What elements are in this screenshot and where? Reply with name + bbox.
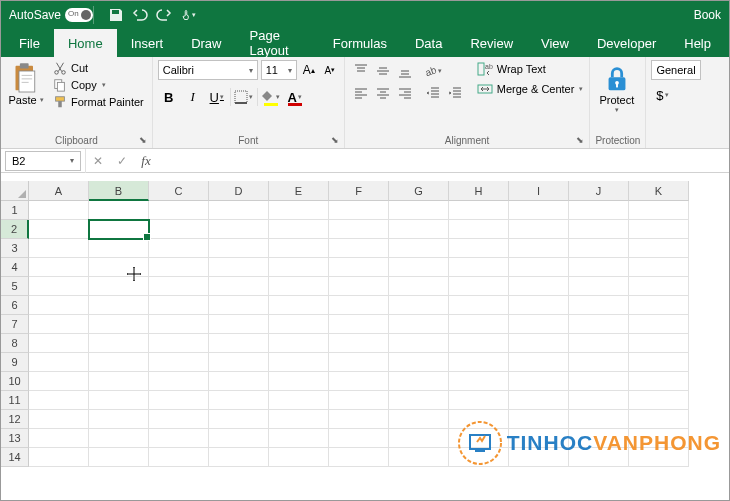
cell[interactable] [389,296,449,315]
cell[interactable] [149,315,209,334]
row-header[interactable]: 10 [1,372,29,391]
cell[interactable] [329,239,389,258]
cell[interactable] [449,220,509,239]
cell[interactable] [29,239,89,258]
cell[interactable] [629,201,689,220]
cell[interactable] [329,372,389,391]
cell[interactable] [209,372,269,391]
cell[interactable] [269,334,329,353]
cell[interactable] [269,391,329,410]
row-header[interactable]: 7 [1,315,29,334]
borders-button[interactable]: ▾ [233,86,255,108]
column-header[interactable]: D [209,181,269,201]
cell[interactable] [449,372,509,391]
cell[interactable] [509,239,569,258]
cell[interactable] [149,334,209,353]
cell[interactable] [329,410,389,429]
cell[interactable] [209,448,269,467]
dialog-launcher-icon[interactable]: ⬊ [329,134,341,146]
cell[interactable] [629,334,689,353]
cell[interactable] [449,315,509,334]
dialog-launcher-icon[interactable]: ⬊ [574,134,586,146]
cell[interactable] [629,372,689,391]
row-header[interactable]: 4 [1,258,29,277]
tab-formulas[interactable]: Formulas [319,29,401,57]
cell[interactable] [569,353,629,372]
cell[interactable] [149,391,209,410]
cell[interactable] [509,391,569,410]
cell[interactable] [269,353,329,372]
toggle-switch[interactable]: On [65,8,93,22]
row-header[interactable]: 6 [1,296,29,315]
cell[interactable] [329,391,389,410]
cell[interactable] [29,391,89,410]
formula-input[interactable] [158,151,729,171]
cell[interactable] [149,429,209,448]
cell[interactable] [389,353,449,372]
cell[interactable] [569,277,629,296]
cell[interactable] [89,220,149,239]
merge-center-button[interactable]: Merge & Center▾ [476,80,585,98]
cell[interactable] [209,239,269,258]
currency-button[interactable]: $▾ [651,84,673,106]
column-header[interactable]: A [29,181,89,201]
cell[interactable] [149,448,209,467]
tab-file[interactable]: File [5,29,54,57]
cell[interactable] [629,391,689,410]
cell[interactable] [449,277,509,296]
cell[interactable] [269,372,329,391]
cell[interactable] [569,315,629,334]
cell[interactable] [329,277,389,296]
cell[interactable] [569,239,629,258]
cell[interactable] [269,239,329,258]
cell[interactable] [329,448,389,467]
cell[interactable] [89,410,149,429]
cell[interactable] [149,410,209,429]
enter-icon[interactable]: ✓ [110,151,134,171]
cell[interactable] [509,220,569,239]
cell[interactable] [329,334,389,353]
align-center-icon[interactable] [372,82,394,104]
column-header[interactable]: G [389,181,449,201]
decrease-font-icon[interactable]: A▾ [321,60,339,80]
cell[interactable] [29,315,89,334]
cell[interactable] [269,448,329,467]
undo-icon[interactable] [132,7,148,23]
cancel-icon[interactable]: ✕ [86,151,110,171]
cell[interactable] [389,410,449,429]
cell[interactable] [569,391,629,410]
row-header[interactable]: 13 [1,429,29,448]
row-header[interactable]: 12 [1,410,29,429]
align-right-icon[interactable] [394,82,416,104]
cell[interactable] [89,258,149,277]
cell[interactable] [449,334,509,353]
cell[interactable] [569,334,629,353]
cell[interactable] [449,201,509,220]
cell[interactable] [389,315,449,334]
tab-draw[interactable]: Draw [177,29,235,57]
align-left-icon[interactable] [350,82,372,104]
cell[interactable] [89,334,149,353]
column-header[interactable]: J [569,181,629,201]
cell[interactable] [509,277,569,296]
cell[interactable] [329,201,389,220]
cell[interactable] [449,353,509,372]
protect-button[interactable]: Protect ▾ [595,60,638,133]
cell[interactable] [449,296,509,315]
cell[interactable] [389,429,449,448]
column-header[interactable]: C [149,181,209,201]
cell[interactable] [329,296,389,315]
copy-button[interactable]: Copy▾ [50,77,147,93]
wrap-text-button[interactable]: abWrap Text [476,60,585,78]
increase-indent-icon[interactable] [444,82,466,104]
format-painter-button[interactable]: Format Painter [50,94,147,110]
cell[interactable] [29,429,89,448]
cell[interactable] [149,277,209,296]
cell[interactable] [329,429,389,448]
cell[interactable] [389,448,449,467]
paste-button[interactable]: Paste▾ [6,60,46,133]
cell[interactable] [269,429,329,448]
orientation-button[interactable]: ab▾ [422,60,444,82]
italic-button[interactable]: I [182,86,204,108]
fx-icon[interactable]: fx [134,151,158,171]
